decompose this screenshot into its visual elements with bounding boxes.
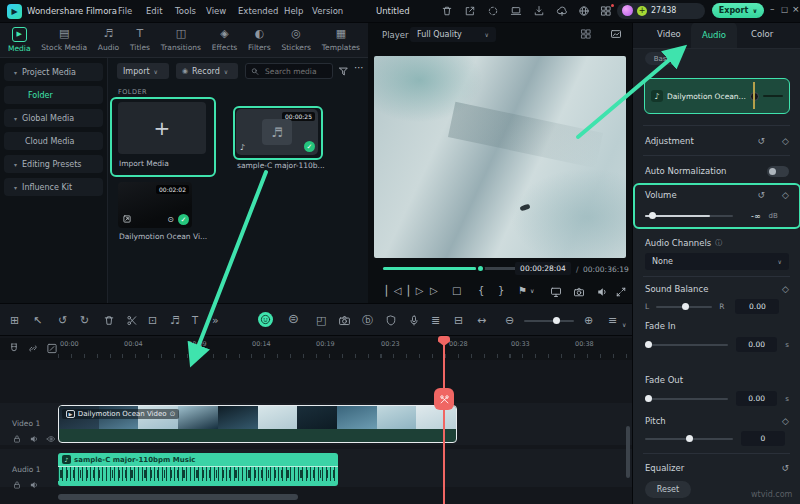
play-button[interactable]: ▷ bbox=[430, 285, 438, 296]
video-clip-tile[interactable]: 00:02:02 ⊙ ✓ bbox=[118, 182, 192, 228]
more-options-icon[interactable]: ⋯ bbox=[354, 62, 364, 73]
reset-icon[interactable]: ↺ bbox=[758, 190, 766, 200]
zoom-slider-knob[interactable] bbox=[553, 317, 560, 324]
balance-knob[interactable] bbox=[682, 303, 689, 310]
sidebar-item-global-media[interactable]: ▾Global Media bbox=[4, 109, 103, 127]
sidebar-item-influence-kit[interactable]: ▾Influence Kit bbox=[4, 178, 103, 196]
text-tool-icon[interactable]: T bbox=[192, 314, 198, 327]
sidebar-item-project-media[interactable]: ▾Project Media bbox=[4, 63, 103, 81]
ai-assistant-icon[interactable]: ⊜ bbox=[288, 312, 299, 325]
snapshot-preview-icon[interactable] bbox=[610, 28, 622, 40]
snap-magnet-icon[interactable] bbox=[8, 342, 20, 355]
sync-spinner-icon[interactable] bbox=[487, 5, 499, 17]
menu-help[interactable]: Help bbox=[284, 6, 303, 16]
sound-balance-slider[interactable] bbox=[656, 306, 712, 308]
menu-tools[interactable]: Tools bbox=[175, 6, 196, 16]
import-button[interactable]: Import∨ bbox=[117, 63, 169, 79]
tab-effects[interactable]: ◈Effects bbox=[212, 28, 238, 52]
sidebar-item-editing-presets[interactable]: ▾Editing Presets bbox=[4, 155, 103, 173]
crop-icon[interactable]: ⊡ bbox=[148, 314, 157, 327]
zoom-in-icon[interactable]: ⊕ bbox=[584, 314, 593, 327]
search-box[interactable] bbox=[245, 63, 333, 79]
lock-track-icon[interactable] bbox=[12, 434, 22, 444]
stop-button[interactable]: □ bbox=[452, 285, 461, 296]
keyframe-diamond-icon[interactable]: ◇ bbox=[782, 190, 789, 200]
keyframe-diamond-icon[interactable]: ◇ bbox=[782, 416, 789, 426]
fade-out-value-box[interactable]: 0.00 bbox=[736, 391, 777, 406]
record-button[interactable]: ◉Record∨ bbox=[176, 63, 238, 79]
timeline-audio-clip[interactable]: ♪ sample-C major-110bpm Music bbox=[58, 453, 338, 486]
pitch-value-box[interactable]: 0 bbox=[741, 431, 785, 446]
tab-audio-properties[interactable]: Audio bbox=[691, 22, 737, 48]
keyframe-diamond-icon[interactable]: ◇ bbox=[782, 284, 789, 294]
menu-extended[interactable]: Extended bbox=[238, 6, 278, 16]
timeline-video-clip[interactable]: ▶ Dailymotion Ocean Video ⊙ bbox=[58, 405, 457, 443]
filter-icon[interactable] bbox=[338, 66, 349, 77]
undo-icon[interactable]: ↺ bbox=[58, 314, 67, 327]
ai-copilot-icon[interactable] bbox=[258, 312, 273, 327]
menu-version[interactable]: Version bbox=[312, 6, 343, 16]
cloud-upload-icon[interactable] bbox=[556, 5, 568, 17]
layout-grid-icon[interactable]: ⊞ bbox=[10, 314, 19, 327]
tab-stickers[interactable]: ◎Stickers bbox=[281, 28, 311, 52]
mirror-display-icon[interactable] bbox=[550, 286, 562, 298]
playhead-line[interactable] bbox=[443, 336, 445, 504]
more-tools-icon[interactable]: » bbox=[212, 314, 219, 327]
timeline-ruler[interactable]: 00:00 00:04 00:09 00:14 00:19 00:23 00:2… bbox=[0, 338, 632, 360]
avatar[interactable] bbox=[622, 5, 633, 16]
audio-clip-tile[interactable]: 00:00:25 ♬ ♪ ✓ bbox=[236, 109, 318, 155]
add-sticker-icon[interactable]: ◰ bbox=[316, 314, 326, 327]
share-icon[interactable] bbox=[464, 5, 476, 17]
redo-icon[interactable]: ↻ bbox=[80, 314, 89, 327]
subtitle-panel-icon[interactable]: ≣ bbox=[431, 314, 440, 327]
fade-in-knob[interactable] bbox=[645, 341, 652, 348]
save-icon[interactable] bbox=[533, 5, 545, 17]
fade-out-slider[interactable] bbox=[645, 398, 728, 400]
reset-icon[interactable]: ↺ bbox=[781, 463, 789, 473]
keyframe-diamond-icon[interactable]: ◇ bbox=[782, 136, 789, 146]
screen-record-icon[interactable] bbox=[338, 314, 351, 327]
quality-dropdown[interactable]: Full Quality ∨ bbox=[410, 27, 496, 42]
pitch-knob[interactable] bbox=[686, 435, 693, 442]
horizontal-scrollbar[interactable] bbox=[58, 494, 298, 500]
auto-normalization-toggle[interactable] bbox=[767, 166, 789, 177]
select-cursor-icon[interactable]: ↖ bbox=[33, 314, 42, 327]
export-button[interactable]: Export ∨ bbox=[712, 3, 764, 18]
zoom-out-icon[interactable]: ⊖ bbox=[505, 314, 514, 327]
tab-transitions[interactable]: ◫Transitions bbox=[161, 28, 201, 52]
fit-timeline-icon[interactable]: ↔ bbox=[477, 314, 486, 327]
maximize-button[interactable]: □ bbox=[781, 5, 788, 14]
render-preview-icon[interactable] bbox=[46, 342, 58, 355]
device-icon[interactable] bbox=[510, 5, 522, 17]
fullscreen-expand-icon[interactable] bbox=[615, 286, 627, 298]
mute-track-icon[interactable] bbox=[29, 480, 39, 490]
delete-icon[interactable] bbox=[103, 314, 115, 327]
reset-button[interactable]: Reset bbox=[645, 481, 691, 498]
sidebar-item-folder[interactable]: Folder bbox=[4, 86, 103, 104]
speed-icon[interactable]: ⓑ bbox=[362, 314, 373, 327]
snapshot-camera-icon[interactable] bbox=[573, 286, 585, 298]
speaker-icon[interactable] bbox=[596, 286, 608, 298]
tab-stock-media[interactable]: ▤Stock Media bbox=[41, 28, 87, 52]
close-button[interactable]: × bbox=[792, 4, 800, 14]
tab-templates[interactable]: ▦Templates bbox=[322, 28, 360, 52]
audio-channels-dropdown[interactable]: None ∨ bbox=[645, 253, 789, 270]
sound-balance-value-box[interactable]: 0.00 bbox=[735, 299, 779, 314]
layout-grid-icon[interactable] bbox=[580, 28, 592, 40]
tab-media[interactable]: ▶Media bbox=[8, 27, 31, 53]
previous-frame-button[interactable]: ▏◁ bbox=[386, 285, 401, 296]
next-frame-button[interactable]: ▏▷ bbox=[408, 285, 423, 296]
account-coins-pill[interactable]: + 27438 bbox=[617, 3, 705, 19]
link-clips-icon[interactable] bbox=[27, 342, 39, 355]
tab-video[interactable]: Video bbox=[657, 29, 681, 39]
seek-knob[interactable] bbox=[476, 264, 485, 273]
bin-icon[interactable] bbox=[441, 5, 453, 17]
search-input[interactable] bbox=[263, 66, 327, 77]
track-manager-caret-icon[interactable]: ∨ bbox=[622, 318, 626, 331]
vertical-scrollbar[interactable] bbox=[626, 426, 630, 478]
tab-titles[interactable]: TTitles bbox=[130, 28, 150, 52]
volume-knob[interactable] bbox=[649, 212, 656, 219]
selected-clip-strip[interactable]: ♪ Dailymotion Ocean... bbox=[644, 78, 790, 114]
menu-file[interactable]: File bbox=[118, 6, 132, 16]
marker-flag-icon[interactable]: ⚑ bbox=[518, 285, 527, 296]
